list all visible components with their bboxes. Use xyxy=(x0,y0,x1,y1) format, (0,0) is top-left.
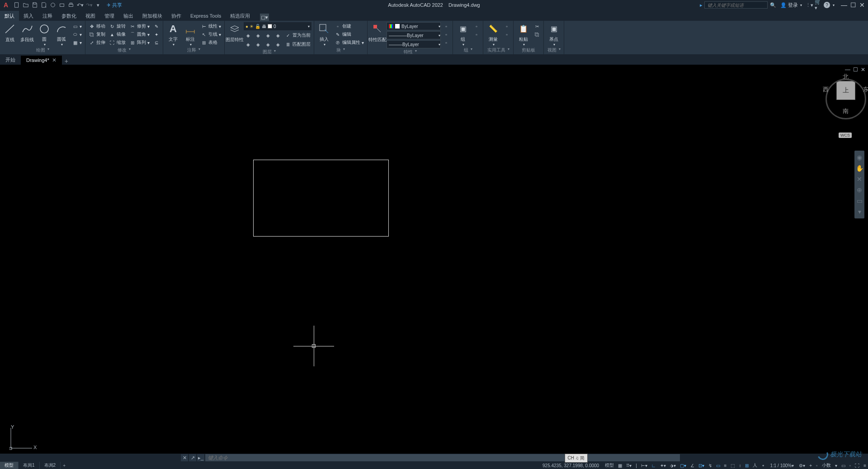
mirror-button[interactable]: ▲镜像 xyxy=(108,30,127,38)
layout-tab-model[interactable]: 模型 xyxy=(0,462,19,469)
offset-button[interactable]: ⊆ xyxy=(152,38,161,47)
stretch-button[interactable]: ⤢拉伸 xyxy=(87,38,107,47)
polyline-button[interactable]: 多段线 xyxy=(19,22,35,47)
dimension-button[interactable]: 标注▾ xyxy=(182,22,198,47)
status-lwt-icon[interactable]: ≡ xyxy=(722,462,729,469)
status-iso2-icon[interactable]: ▫ xyxy=(847,462,853,469)
prop-tool-1[interactable]: ▫ xyxy=(442,22,451,30)
layer-tool-4[interactable]: ◈ xyxy=(274,31,283,39)
status-snap-icon[interactable]: ⠿▾ xyxy=(624,462,633,469)
util-tool-1[interactable]: ▫ xyxy=(502,22,511,30)
layout-tab-layout1[interactable]: 布局1 xyxy=(19,462,40,469)
insert-block-button[interactable]: 插入▾ xyxy=(316,22,332,47)
status-infer-icon[interactable]: ⊢▾ xyxy=(639,462,649,469)
group-tool-2[interactable]: ▫ xyxy=(472,30,481,38)
tab-collaborate[interactable]: 协作 xyxy=(167,11,186,21)
inner-minimize-button[interactable]: — xyxy=(844,66,851,73)
cmd-recent-icon[interactable]: ↗ xyxy=(189,454,196,461)
color-combo[interactable]: ByLayer▾ xyxy=(387,22,441,30)
ellipse-button[interactable]: ⬭▾ xyxy=(71,30,83,38)
status-scale[interactable]: 1:1 / 100%▾ xyxy=(767,462,797,469)
match-properties-button[interactable]: 特性匹配 xyxy=(369,22,386,47)
open-icon[interactable] xyxy=(22,1,30,9)
nav-dropdown-icon[interactable]: ▾ xyxy=(854,206,864,217)
nav-wheel-icon[interactable]: ◉ xyxy=(854,152,864,163)
match-layer-button[interactable]: ≣匹配图层 xyxy=(283,40,312,48)
copy-clip-button[interactable]: ⿻ xyxy=(533,30,542,38)
hatch-button[interactable]: ▦▾ xyxy=(71,38,83,47)
tab-output[interactable]: 输出 xyxy=(119,11,138,21)
nav-zoom-icon[interactable]: ✕ xyxy=(854,174,864,185)
layer-tool-7[interactable]: ◈ xyxy=(264,40,273,48)
cmd-prompt-icon[interactable]: ▸_ xyxy=(197,454,204,461)
panel-toggle-icon[interactable]: ▢▾ xyxy=(260,14,269,21)
redo-icon[interactable]: ↷▾ xyxy=(85,1,93,9)
copy-button[interactable]: ⿻复制 xyxy=(87,30,107,38)
saveas-icon[interactable] xyxy=(40,1,48,9)
search-input[interactable] xyxy=(704,1,768,9)
status-sc-icon[interactable]: ⊞ xyxy=(743,462,750,469)
tab-default[interactable]: 默认 xyxy=(0,11,19,21)
tab-addins[interactable]: 附加模块 xyxy=(138,11,167,21)
status-custom-icon[interactable]: ≡ xyxy=(861,462,868,469)
status-ducs-icon[interactable]: ↯ xyxy=(706,462,714,469)
cmd-close-icon[interactable]: ✕ xyxy=(181,454,188,461)
base-button[interactable]: ▣基点▾ xyxy=(546,22,562,47)
fillet-button[interactable]: ⌒圆角▾ xyxy=(128,30,151,38)
explode-button[interactable]: ✦ xyxy=(152,30,161,38)
status-annoscale-icon[interactable]: ⚬ xyxy=(759,462,767,469)
status-annomon-icon[interactable]: + xyxy=(807,462,814,469)
linetype-combo[interactable]: ——— ByLayer▾ xyxy=(387,40,441,48)
save-icon[interactable] xyxy=(31,1,39,9)
move-button[interactable]: ✥移动 xyxy=(87,22,107,30)
exchange-icon[interactable]: ⋮▾ xyxy=(806,1,813,9)
status-qv-icon[interactable]: ▾ xyxy=(833,462,839,469)
text-button[interactable]: A文字▾ xyxy=(165,22,181,47)
close-tab-icon[interactable]: ✕ xyxy=(52,57,57,63)
tab-manage[interactable]: 管理 xyxy=(100,11,119,21)
nav-showmotion-icon[interactable]: ▭ xyxy=(854,195,864,206)
doc-tab-drawing[interactable]: Drawing4* ✕ xyxy=(21,56,62,65)
tab-parametric[interactable]: 参数化 xyxy=(57,11,81,21)
layer-tool-6[interactable]: ◈ xyxy=(254,40,263,48)
status-decimal[interactable]: 小数 xyxy=(820,462,833,469)
login-button[interactable]: 👤 登录 ▾ xyxy=(778,2,804,9)
inner-maximize-button[interactable]: ☐ xyxy=(852,66,859,73)
trim-button[interactable]: ✂修剪▾ xyxy=(128,22,151,30)
print-icon[interactable] xyxy=(67,1,75,9)
layer-tool-5[interactable]: ◈ xyxy=(244,40,253,48)
status-ortho-icon[interactable]: ∟ xyxy=(649,462,658,469)
app-logo[interactable]: A xyxy=(2,1,10,9)
tab-express[interactable]: Express Tools xyxy=(186,11,226,21)
new-icon[interactable] xyxy=(13,1,21,9)
minimize-button[interactable]: — xyxy=(841,2,847,8)
group-tool-1[interactable]: ▫ xyxy=(472,22,481,30)
layer-tool-2[interactable]: ◈ xyxy=(254,31,263,39)
viewcube-east[interactable]: 东 xyxy=(863,85,868,94)
tab-view[interactable]: 视图 xyxy=(81,11,100,21)
add-tab-button[interactable]: + xyxy=(62,57,71,65)
circle-button[interactable]: 圆▾ xyxy=(36,22,52,47)
prop-tool-3[interactable]: ▫ xyxy=(442,38,451,47)
add-layout-button[interactable]: + xyxy=(61,463,68,468)
drawing-area[interactable]: — ☐ ✕ Y X 北 上 西 东 南 WCS ◉ ✋ ✕ ⊕ ▭ ▾ xyxy=(0,65,868,454)
undo-icon[interactable]: ↶▾ xyxy=(76,1,84,9)
status-anno-icon[interactable]: 人 xyxy=(750,462,759,469)
doc-tab-start[interactable]: 开始 xyxy=(0,55,21,65)
table-button[interactable]: ⊞表格 xyxy=(199,38,222,47)
rectangle-button[interactable]: ▭▾ xyxy=(71,22,83,30)
app-store-icon[interactable]: 🛒▾ xyxy=(815,1,822,9)
status-hw-icon[interactable]: ▭ xyxy=(839,462,847,469)
status-otrack-icon[interactable]: ⊡▾ xyxy=(696,462,706,469)
tab-featured[interactable]: 精选应用 xyxy=(226,11,255,21)
cut-button[interactable]: ✂ xyxy=(533,22,542,30)
viewcube-west[interactable]: 西 xyxy=(823,85,829,94)
status-model[interactable]: 模型 xyxy=(603,462,616,469)
nav-orbit-icon[interactable]: ⊕ xyxy=(854,185,864,195)
group-button[interactable]: ▣组▾ xyxy=(455,22,471,47)
help-icon[interactable]: ? xyxy=(824,2,830,8)
status-grid-icon[interactable]: ▦ xyxy=(616,462,624,469)
status-dyn-icon[interactable]: ▭ xyxy=(714,462,722,469)
status-3dosnap-icon[interactable]: ∠ xyxy=(688,462,696,469)
layer-tool-1[interactable]: ◈ xyxy=(244,31,253,39)
